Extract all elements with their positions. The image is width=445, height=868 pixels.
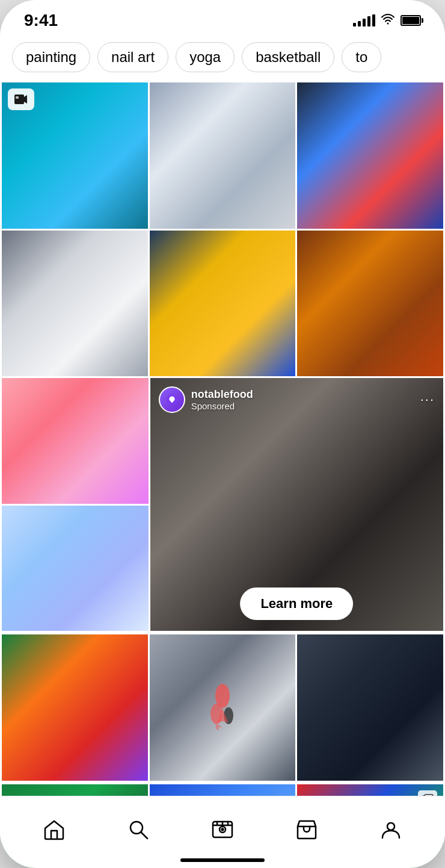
grid-item-veggies[interactable] [2, 634, 148, 781]
svg-point-13 [222, 828, 224, 830]
grid-item-nails[interactable] [150, 82, 296, 229]
grid-row-3 [0, 633, 445, 781]
nav-reels[interactable] [180, 810, 265, 843]
sponsor-avatar [159, 386, 185, 413]
profile-icon [378, 816, 404, 843]
sponsor-more-icon[interactable]: ··· [420, 392, 435, 408]
svg-point-18 [387, 823, 394, 830]
svg-point-9 [130, 822, 143, 834]
sponsor-header: notablefood Sponsored ··· [150, 378, 443, 421]
category-pill-yoga[interactable]: yoga [176, 42, 235, 72]
status-bar: 9:41 [0, 0, 445, 36]
grid-item-flowers[interactable] [2, 378, 149, 504]
status-time: 9:41 [24, 11, 58, 30]
nav-home[interactable] [12, 810, 96, 843]
category-pills: painting nail art yoga basketball to [0, 36, 445, 81]
ad-left-column [2, 378, 149, 631]
grid-item-sports[interactable] [297, 82, 443, 229]
video-overlay [8, 88, 34, 110]
svg-rect-2 [16, 96, 19, 99]
category-pill-basketball[interactable]: basketball [242, 42, 334, 72]
reels-icon [209, 816, 236, 843]
grid-item-koi[interactable] [150, 634, 296, 781]
grid-row-1 [0, 81, 445, 229]
status-icons [353, 14, 421, 28]
nav-shop[interactable] [265, 810, 349, 843]
learn-more-button[interactable]: Learn more [240, 587, 353, 620]
shop-icon [293, 816, 320, 843]
battery-icon [400, 15, 421, 26]
koi-fish-decoration [150, 634, 296, 781]
svg-rect-1 [14, 95, 24, 104]
grid-item-ocean[interactable] [2, 82, 148, 229]
sponsor-info: notablefood Sponsored [191, 388, 414, 411]
nav-search[interactable] [96, 810, 180, 843]
category-pill-painting[interactable]: painting [12, 42, 90, 72]
grid-item-arch[interactable] [2, 506, 149, 631]
category-pill-to[interactable]: to [342, 42, 381, 72]
grid-item-black-dog[interactable] [297, 634, 443, 781]
sponsored-ad[interactable]: notablefood Sponsored ··· Learn more [150, 378, 443, 631]
bottom-nav [0, 796, 445, 868]
grid-item-girl-dog[interactable] [297, 231, 443, 377]
nav-profile[interactable] [349, 810, 433, 843]
category-pill-nail-art[interactable]: nail art [97, 42, 168, 72]
grid-item-rubber-duck[interactable] [150, 231, 296, 377]
svg-point-0 [387, 22, 389, 24]
grid-row-2 [0, 229, 445, 377]
search-icon [125, 816, 152, 843]
svg-line-10 [141, 832, 147, 839]
video-badge [8, 88, 34, 110]
sponsor-label: Sponsored [191, 401, 414, 411]
ad-row: notablefood Sponsored ··· Learn more [0, 378, 445, 631]
wifi-icon [381, 14, 394, 28]
home-icon [41, 816, 67, 843]
grid-item-white-dog[interactable] [2, 231, 148, 377]
phone-frame: 9:41 painting [0, 0, 445, 868]
signal-icon [353, 14, 375, 26]
home-indicator [180, 858, 265, 862]
sponsor-name: notablefood [191, 388, 414, 401]
